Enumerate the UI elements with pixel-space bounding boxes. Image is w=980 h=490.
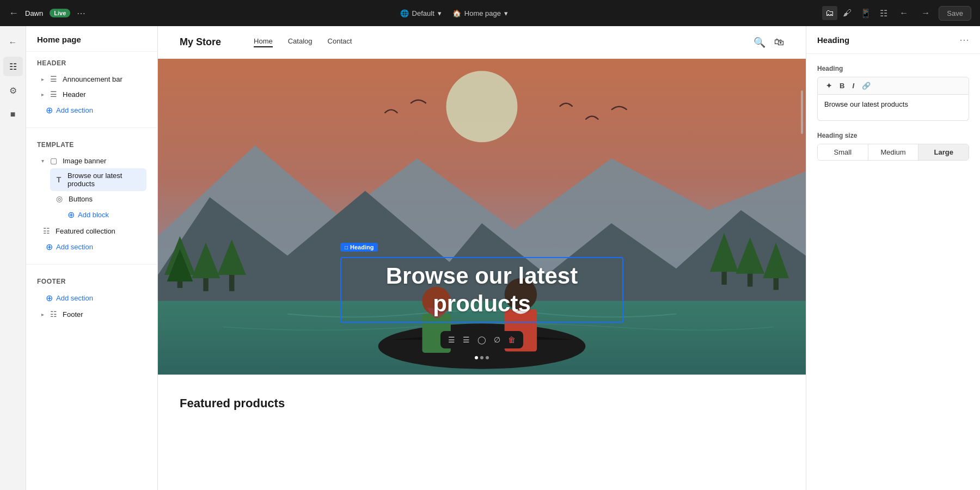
toolbar-delete-button[interactable]: 🗑	[505, 333, 519, 346]
page-label: Home page	[464, 9, 501, 17]
template-section-label: Template	[37, 141, 146, 149]
canvas-area: My Store Home Catalog Contact 🔍 🛍	[158, 26, 806, 490]
sidebar-item-announcement-bar[interactable]: ▸ ☰ Announcement bar	[37, 71, 146, 87]
ai-editor-button[interactable]: ✦	[823, 81, 835, 91]
sidebar-section-header: Header ▸ ☰ Announcement bar ▸ ☰ Header ⊕…	[26, 52, 157, 122]
sidebar-section-template: Template ▾ ▢ Image banner T Browse our l…	[26, 133, 157, 259]
floating-toolbar: ☰ ☰ ◯ ∅ 🗑	[440, 331, 523, 348]
heading-text-box[interactable]: Browse our latest products	[340, 257, 623, 323]
topbar: ← Dawn Live ⋯ 🌐 Default ▾ 🏠 Home page ▾ …	[0, 0, 980, 26]
sidebar-section-footer: Footer ⊕ Add section ▸ ☷ Footer	[26, 270, 157, 325]
globe-icon: 🌐	[400, 9, 409, 17]
add-block-button[interactable]: ⊕ Add block	[63, 206, 113, 223]
add-section-footer-button[interactable]: ⊕ Add section	[41, 290, 97, 307]
sidebar-sections-button[interactable]: ☷	[3, 57, 23, 76]
footer-label: Footer	[63, 310, 83, 318]
topbar-left: ← Dawn Live ⋯	[9, 8, 85, 19]
undo-button[interactable]: ←	[895, 6, 912, 20]
nav-link-catalog[interactable]: Catalog	[288, 37, 313, 47]
cart-icon[interactable]: 🛍	[774, 36, 784, 48]
size-small-button[interactable]: Small	[818, 144, 868, 160]
theme-label: Default	[412, 9, 434, 17]
image-icon: ▢	[48, 156, 58, 165]
toolbar-align-center-button[interactable]: ☰	[460, 333, 473, 346]
sidebar-apps-button[interactable]: ■	[3, 105, 23, 124]
image-banner-label: Image banner	[63, 157, 106, 165]
search-icon[interactable]: 🔍	[754, 36, 765, 48]
desktop-view-button[interactable]: 🗂	[822, 6, 837, 20]
heading-size-label: Heading size	[817, 132, 969, 139]
toolbar-align-left-button[interactable]: ☰	[445, 333, 458, 346]
sidebar-title: Home page	[37, 35, 81, 44]
nav-link-contact[interactable]: Contact	[328, 37, 352, 47]
topbar-right: 🗂 🖌 📱 ☷ ← → Save	[822, 6, 971, 21]
plus-icon: ⊕	[46, 242, 53, 252]
chevron-down-icon: ▾	[41, 158, 44, 164]
text-icon: T	[54, 175, 63, 184]
header-section-label: Header	[37, 59, 146, 67]
size-large-button[interactable]: Large	[918, 144, 969, 160]
add-block-label: Add block	[78, 211, 109, 219]
footer-icon: ☷	[48, 310, 58, 318]
tablet-view-button[interactable]: 🖌	[840, 6, 855, 20]
add-section-template-label: Add section	[56, 243, 93, 251]
dot-1	[475, 356, 478, 359]
sidebar: ← ☷ ⚙ ■ Home page Header ▸ ☰ Announcemen…	[0, 26, 158, 490]
home-icon: 🏠	[452, 9, 461, 17]
main-layout: ← ☷ ⚙ ■ Home page Header ▸ ☰ Announcemen…	[0, 26, 980, 490]
mobile-view-button[interactable]: 📱	[857, 6, 874, 21]
heading-icon: □	[345, 244, 348, 250]
heading-field-label: Heading	[817, 65, 969, 72]
buttons-label: Buttons	[69, 195, 93, 203]
featured-title: Featured products	[180, 396, 784, 411]
sidebar-item-browse-heading[interactable]: T Browse our latest products	[50, 168, 146, 191]
sidebar-item-image-banner[interactable]: ▾ ▢ Image banner	[37, 153, 146, 168]
right-panel-header: Heading ⋯	[806, 26, 980, 54]
button-icon: ◎	[54, 194, 64, 203]
heading-text-editor[interactable]: Browse our latest products	[817, 95, 969, 121]
sidebar-header: Home page	[26, 26, 157, 52]
featured-section: Featured products	[158, 375, 806, 432]
bold-editor-button[interactable]: B	[837, 81, 847, 91]
link-editor-button[interactable]: 🔗	[859, 81, 873, 91]
size-medium-button[interactable]: Medium	[868, 144, 919, 160]
right-panel-title: Heading	[817, 35, 849, 45]
header-label: Header	[63, 90, 86, 99]
toolbar-settings-button[interactable]: ◯	[474, 333, 489, 346]
more-button[interactable]: ⋯	[77, 8, 85, 19]
page-selector[interactable]: 🏠 Home page ▾	[452, 9, 508, 17]
live-badge: Live	[50, 9, 70, 17]
add-section-header-button[interactable]: ⊕ Add section	[41, 102, 97, 119]
sidebar-item-footer[interactable]: ▸ ☷ Footer	[37, 307, 146, 322]
back-button[interactable]: ←	[9, 8, 19, 19]
plus-icon: ⊕	[46, 105, 53, 115]
collection-icon: ☷	[41, 226, 51, 235]
toolbar-disable-button[interactable]: ∅	[491, 333, 504, 346]
announcement-bar-label: Announcement bar	[63, 75, 122, 83]
grid-view-button[interactable]: ☷	[877, 6, 891, 21]
save-button[interactable]: Save	[939, 6, 971, 21]
sidebar-settings-button[interactable]: ⚙	[3, 81, 23, 100]
chevron-down-icon: ▾	[504, 9, 508, 17]
nav-link-home[interactable]: Home	[254, 37, 273, 47]
heading-block-badge: □ Heading	[340, 243, 378, 252]
store-preview: My Store Home Catalog Contact 🔍 🛍	[158, 26, 806, 490]
device-buttons: 🗂 🖌 📱 ☷	[822, 6, 891, 21]
heading-size-field-group: Heading size Small Medium Large	[817, 132, 969, 161]
italic-editor-button[interactable]: I	[849, 81, 857, 91]
plus-icon: ⊕	[68, 210, 75, 220]
sidebar-back-button[interactable]: ←	[3, 33, 23, 52]
topbar-center: 🌐 Default ▾ 🏠 Home page ▾	[400, 9, 508, 17]
sidebar-item-featured-collection[interactable]: ☷ Featured collection	[37, 223, 146, 238]
sidebar-item-buttons[interactable]: ◎ Buttons	[50, 191, 146, 206]
chevron-icon: ▸	[41, 76, 44, 82]
theme-selector[interactable]: 🌐 Default ▾	[400, 9, 442, 17]
featured-collection-label: Featured collection	[56, 227, 115, 235]
chevron-icon: ▸	[41, 311, 44, 317]
redo-button[interactable]: →	[917, 6, 934, 20]
right-panel-more-button[interactable]: ⋯	[959, 34, 969, 46]
browse-heading-label: Browse our latest products	[68, 171, 142, 188]
plus-icon: ⊕	[46, 293, 53, 303]
sidebar-item-header[interactable]: ▸ ☰ Header	[37, 87, 146, 102]
add-section-template-button[interactable]: ⊕ Add section	[41, 238, 97, 255]
